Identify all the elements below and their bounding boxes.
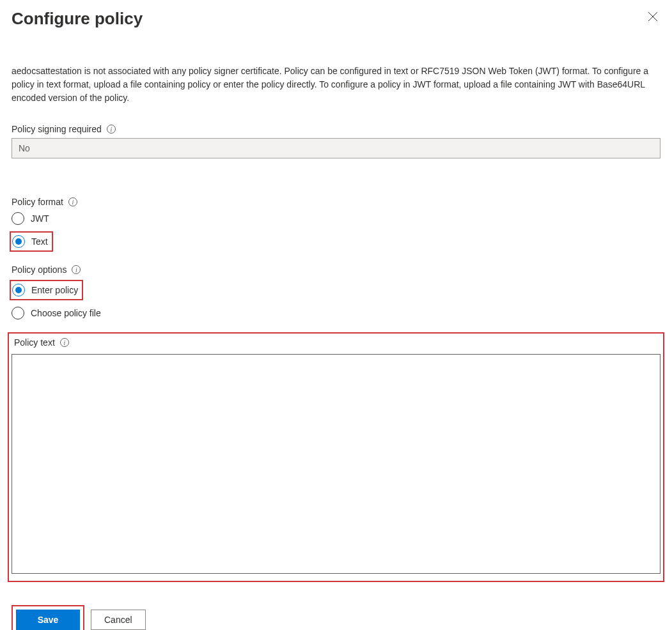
save-button[interactable]: Save bbox=[16, 610, 80, 630]
info-icon[interactable]: i bbox=[107, 125, 116, 134]
radio-icon bbox=[12, 307, 24, 319]
policy-text-input[interactable] bbox=[12, 354, 660, 574]
dialog-description: aedocsattestation is not associated with… bbox=[12, 65, 660, 105]
options-choose-label: Choose policy file bbox=[31, 308, 101, 318]
format-jwt-label: JWT bbox=[31, 213, 49, 224]
radio-icon bbox=[12, 235, 25, 248]
format-radio-text[interactable]: Text bbox=[12, 235, 48, 248]
dialog-title: Configure policy bbox=[12, 9, 143, 29]
highlight-policy-text: Policy text i bbox=[8, 332, 664, 582]
format-label: Policy format bbox=[12, 197, 63, 207]
dialog-header: Configure policy bbox=[12, 9, 660, 29]
radio-icon bbox=[12, 284, 25, 296]
format-radio-jwt[interactable]: JWT bbox=[12, 212, 660, 225]
close-button[interactable] bbox=[645, 9, 660, 26]
format-field: Policy format i JWT Text bbox=[12, 197, 660, 252]
policy-text-label: Policy text bbox=[14, 337, 55, 348]
info-icon[interactable]: i bbox=[72, 265, 81, 274]
signing-field: Policy signing required i bbox=[12, 124, 660, 158]
options-field: Policy options i Enter policy Choose pol… bbox=[12, 265, 660, 319]
info-icon[interactable]: i bbox=[60, 338, 69, 347]
signing-label: Policy signing required bbox=[12, 124, 102, 134]
button-row: Save Cancel bbox=[12, 605, 660, 630]
options-enter-label: Enter policy bbox=[31, 285, 78, 295]
info-icon[interactable]: i bbox=[68, 197, 77, 206]
close-icon bbox=[648, 12, 658, 22]
highlight-format-text: Text bbox=[10, 231, 53, 252]
cancel-button[interactable]: Cancel bbox=[91, 610, 146, 630]
radio-icon bbox=[12, 212, 24, 225]
signing-input bbox=[12, 138, 660, 158]
highlight-enter-policy: Enter policy bbox=[10, 280, 83, 300]
format-text-label: Text bbox=[31, 236, 48, 247]
highlight-save: Save bbox=[12, 605, 84, 630]
options-radio-choose[interactable]: Choose policy file bbox=[12, 307, 660, 319]
options-radio-enter[interactable]: Enter policy bbox=[12, 284, 78, 296]
options-label: Policy options bbox=[12, 265, 66, 275]
